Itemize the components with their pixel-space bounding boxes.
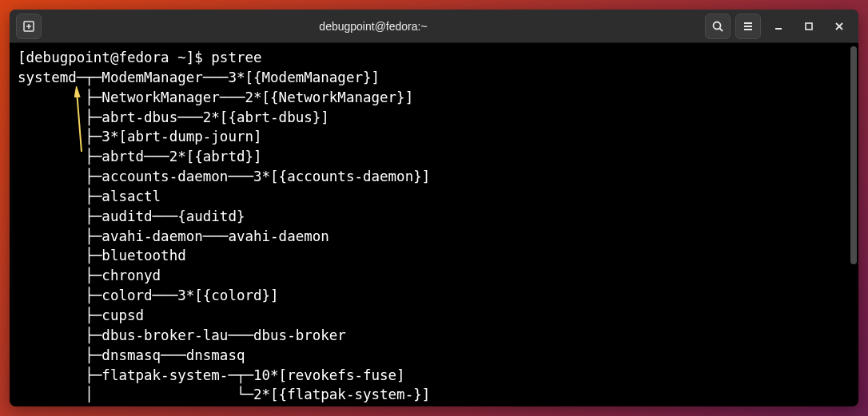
scrollbar[interactable] [850,46,857,264]
maximize-button[interactable] [796,14,822,39]
terminal-body[interactable]: [debugpoint@fedora ~]$ pstree systemd─┬─… [10,43,858,406]
output-line: ├─bluetoothd [18,248,186,263]
svg-point-3 [714,22,721,29]
output-line: ├─accounts-daemon───3*[{accounts-daemon}… [18,168,430,184]
new-tab-icon [22,20,35,33]
svg-line-4 [720,28,723,31]
output-line: ├─flatpak-system-─┬─10*[revokefs-fuse] [18,367,405,383]
output-line: ├─cupsd [18,307,144,323]
output-line: ├─alsactl [18,188,161,204]
window-title: debugpoint@fedora:~ [42,20,705,33]
search-button[interactable] [705,14,731,39]
minimize-icon [774,22,783,31]
output-line: ├─dnsmasq───dnsmasq [18,347,245,363]
close-button[interactable] [826,14,852,39]
minimize-button[interactable] [766,14,791,39]
output-line: ├─auditd───{auditd} [18,208,245,224]
close-icon [834,22,844,31]
output-line: │ └─2*[{flatpak-system-}] [18,386,430,402]
output-line: ├─3*[abrt-dump-journ] [18,129,262,145]
maximize-icon [804,22,814,31]
output-line: ├─abrtd───2*[{abrtd}] [18,149,262,164]
output-line: ├─colord───3*[{colord}] [18,287,279,303]
output-line: ├─avahi-daemon───avahi-daemon [18,228,329,244]
menu-button[interactable] [735,14,761,39]
new-tab-button[interactable] [16,14,42,39]
output-line: ├─dbus-broker-lau───dbus-broker [18,327,346,343]
prompt: [debugpoint@fedora ~]$ [18,50,211,65]
output-line: systemd─┬─ModemManager───3*[{ModemManage… [18,69,380,85]
search-icon [711,20,724,33]
svg-rect-9 [806,23,812,30]
output-line: ├─chronyd [18,267,161,283]
titlebar: debugpoint@fedora:~ [10,10,858,43]
hamburger-icon [742,20,755,33]
output-line: ├─abrt-dbus───2*[{abrt-dbus}] [18,109,329,125]
terminal-window: debugpoint@fedora:~ [10,10,858,406]
command: pstree [211,50,261,65]
output-line: ├─NetworkManager───2*[{NetworkManager}] [18,89,413,105]
